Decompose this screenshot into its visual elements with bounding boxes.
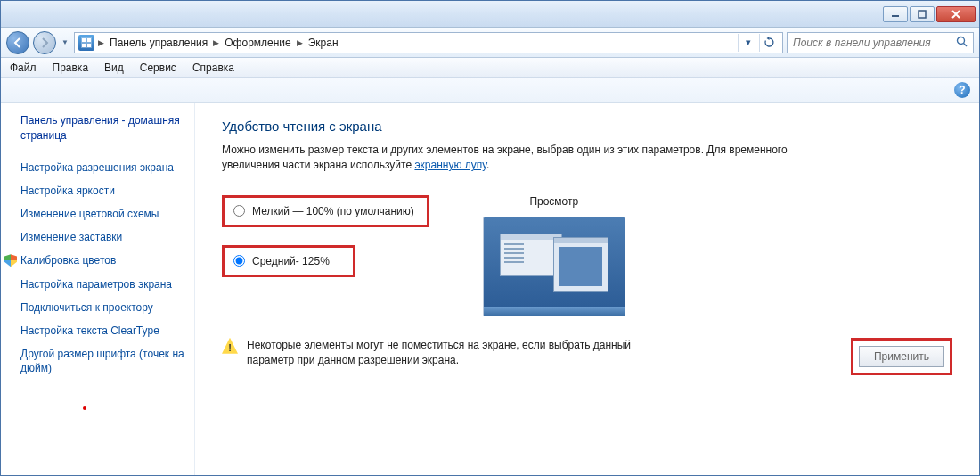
radio-options: Мелкий — 100% (по умолчанию) Средний- 12… <box>222 195 429 316</box>
menu-help[interactable]: Справка <box>192 62 234 74</box>
breadcrumb-item[interactable]: Панель управления <box>108 37 209 49</box>
sidebar-link-dpi[interactable]: Другой размер шрифта (точек на дюйм) <box>20 342 185 380</box>
menu-file[interactable]: Файл <box>10 62 37 74</box>
window-buttons <box>883 6 976 22</box>
apply-button[interactable]: Применить <box>859 346 944 367</box>
magnifier-link[interactable]: экранную лупу <box>414 159 486 171</box>
svg-rect-4 <box>87 38 91 42</box>
svg-rect-6 <box>87 44 91 47</box>
sidebar-link-display-params[interactable]: Настройка параметров экрана <box>20 273 185 296</box>
options-row: Мелкий — 100% (по умолчанию) Средний- 12… <box>222 195 952 316</box>
breadcrumb-item[interactable]: Оформление <box>223 37 292 49</box>
sidebar-link-resolution[interactable]: Настройка разрешения экрана <box>20 156 185 179</box>
sidebar-link-cleartype[interactable]: Настройка текста ClearType <box>20 319 185 342</box>
chevron-right-icon[interactable]: ▶ <box>297 38 303 47</box>
search-input[interactable] <box>793 37 956 49</box>
preview-label: Просмотр <box>483 195 625 208</box>
control-panel-icon <box>78 35 94 51</box>
breadcrumb-item[interactable]: Экран <box>306 37 340 49</box>
sidebar-link-brightness[interactable]: Настройка яркости <box>20 179 185 202</box>
radio-small-label[interactable]: Мелкий — 100% (по умолчанию) <box>252 205 414 217</box>
svg-point-7 <box>958 37 965 44</box>
chevron-right-icon[interactable]: ▶ <box>213 38 219 47</box>
body: Панель управления - домашняя страница На… <box>1 103 979 475</box>
minimize-button[interactable] <box>883 6 908 22</box>
preview-image <box>483 217 625 316</box>
sidebar: Панель управления - домашняя страница На… <box>1 103 195 475</box>
titlebar <box>1 1 979 28</box>
addr-dropdown-button[interactable]: ▾ <box>738 34 757 52</box>
maximize-button[interactable] <box>910 6 935 22</box>
svg-rect-3 <box>82 38 86 42</box>
nav-back-button[interactable] <box>6 31 29 54</box>
address-bar[interactable]: ▶ Панель управления ▶ Оформление ▶ Экран… <box>74 32 783 53</box>
svg-rect-5 <box>82 44 86 47</box>
warning-text: Некоторые элементы могут не поместиться … <box>247 338 657 368</box>
warning-row: ! Некоторые элементы могут не поместитьс… <box>222 338 952 375</box>
sidebar-home-link[interactable]: Панель управления - домашняя страница <box>20 113 185 144</box>
navbar: ▼ ▶ Панель управления ▶ Оформление ▶ Экр… <box>1 28 979 58</box>
intro-text: Можно изменить размер текста и других эл… <box>222 143 792 174</box>
radio-small-highlight: Мелкий — 100% (по умолчанию) <box>222 195 429 227</box>
sidebar-link-projector[interactable]: Подключиться к проектору <box>20 296 185 319</box>
chevron-right-icon[interactable]: ▶ <box>98 38 104 47</box>
menu-view[interactable]: Вид <box>104 62 124 74</box>
search-box[interactable] <box>787 32 974 53</box>
preview-column: Просмотр <box>483 195 625 316</box>
sidebar-link-calibrate[interactable]: Калибровка цветов <box>20 249 185 272</box>
window: ▼ ▶ Панель управления ▶ Оформление ▶ Экр… <box>0 0 980 476</box>
warning-icon: ! <box>222 338 238 354</box>
svg-rect-1 <box>919 11 926 18</box>
sidebar-link-screensaver[interactable]: Изменение заставки <box>20 226 185 249</box>
menu-edit[interactable]: Правка <box>53 62 89 74</box>
radio-medium-highlight: Средний- 125% <box>222 245 355 277</box>
radio-medium[interactable] <box>233 255 245 267</box>
search-icon[interactable] <box>956 36 968 50</box>
svg-line-8 <box>964 43 968 46</box>
command-bar: ? <box>1 78 979 103</box>
svg-rect-0 <box>892 15 899 17</box>
help-icon[interactable]: ? <box>954 82 970 98</box>
menu-tools[interactable]: Сервис <box>140 62 176 74</box>
main-content: Удобство чтения с экрана Можно изменить … <box>195 103 979 475</box>
sidebar-link-color-scheme[interactable]: Изменение цветовой схемы <box>20 202 185 226</box>
close-button[interactable] <box>936 6 976 22</box>
nav-forward-button[interactable] <box>33 31 56 54</box>
apply-highlight: Применить <box>851 338 952 375</box>
refresh-button[interactable] <box>759 34 779 52</box>
radio-medium-label[interactable]: Средний- 125% <box>252 255 330 267</box>
page-title: Удобство чтения с экрана <box>222 119 952 134</box>
nav-history-dropdown[interactable]: ▼ <box>60 31 70 54</box>
radio-small[interactable] <box>233 205 245 217</box>
red-dot-marker <box>83 406 86 410</box>
menubar: Файл Правка Вид Сервис Справка <box>1 58 979 78</box>
